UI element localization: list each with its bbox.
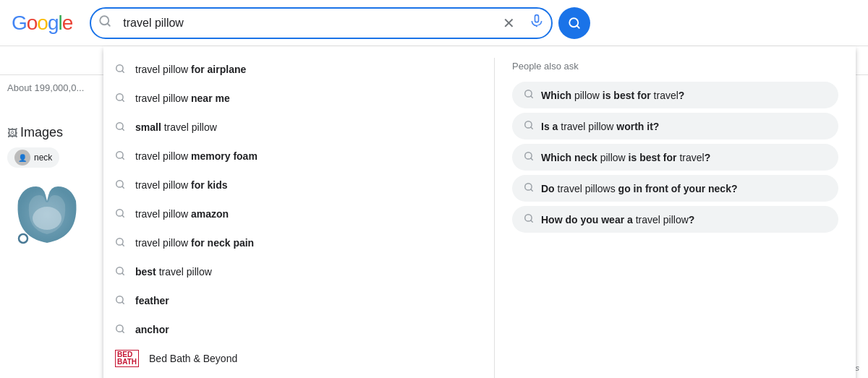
voice-icon[interactable] — [529, 14, 544, 32]
svg-line-19 — [122, 215, 124, 217]
paa-text-2: Which neck pillow is best for travel? — [541, 152, 710, 163]
svg-line-3 — [577, 25, 579, 27]
search-icon — [115, 208, 125, 220]
suggestion-2[interactable]: small travel pillow — [103, 113, 494, 142]
svg-line-27 — [122, 330, 124, 332]
suggestion-5[interactable]: travel pillow amazon — [103, 199, 494, 228]
suggestion-text-5: travel pillow amazon — [135, 208, 229, 220]
logo-g2: g — [48, 12, 59, 35]
suggestion-text-9: anchor — [135, 324, 169, 335]
svg-point-6 — [33, 207, 61, 230]
paa-text-3: Do travel pillows go in front of your ne… — [541, 183, 737, 194]
svg-line-31 — [531, 96, 533, 98]
suggestion-text-0: travel pillow for airplane — [135, 64, 246, 75]
paa-item-2[interactable]: Which neck pillow is best for travel? — [512, 144, 838, 171]
svg-line-25 — [122, 301, 124, 304]
suggestion-text-1: travel pillow near me — [135, 93, 230, 104]
paa-item-3[interactable]: Do travel pillows go in front of your ne… — [512, 175, 838, 202]
paa-text-4: How do you wear a travel pillow? — [541, 214, 694, 225]
pillow-svg — [7, 179, 87, 248]
suggestion-7[interactable]: best travel pillow — [103, 257, 494, 286]
paa-text-0: Which pillow is best for travel? — [541, 90, 684, 101]
paa-item-1[interactable]: Is a travel pillow worth it? — [512, 113, 838, 139]
search-icon — [115, 150, 125, 163]
paa-search-icon — [524, 120, 534, 132]
suggestion-8[interactable]: feather — [103, 286, 494, 315]
suggestion-10[interactable]: BEDBATH Bed Bath & Beyond — [103, 344, 494, 373]
bed-bath-logo: BEDBATH — [115, 350, 139, 367]
search-icon — [115, 266, 125, 278]
search-input[interactable] — [90, 7, 553, 39]
paa-title: People also ask — [506, 58, 844, 77]
search-icon — [115, 295, 125, 307]
images-label: Images — [20, 125, 63, 140]
svg-line-17 — [122, 186, 124, 188]
search-dropdown: travel pillow for airplane travel pillow… — [103, 46, 856, 378]
suggestion-6[interactable]: travel pillow for neck pain — [103, 228, 494, 257]
svg-line-21 — [122, 244, 124, 246]
paa-item-4[interactable]: How do you wear a travel pillow? — [512, 206, 838, 233]
suggestion-0[interactable]: travel pillow for airplane — [103, 55, 494, 84]
search-icon — [115, 93, 125, 105]
search-icon — [115, 324, 125, 336]
suggestion-11[interactable]: travel neck pillow — [103, 373, 494, 378]
suggestion-text-3: travel pillow memory foam — [135, 150, 258, 162]
suggestion-9[interactable]: anchor — [103, 315, 494, 344]
suggestion-text-8: feather — [135, 295, 169, 306]
search-box-wrapper: ✕ — [90, 7, 553, 39]
images-section-label: 🖼 Images — [0, 125, 116, 140]
svg-line-23 — [122, 272, 124, 275]
svg-line-11 — [122, 99, 124, 101]
paa-search-icon — [524, 151, 534, 163]
svg-line-15 — [122, 157, 124, 159]
paa-item-0[interactable]: Which pillow is best for travel? — [512, 82, 838, 108]
suggestion-text-2: small travel pillow — [135, 121, 217, 133]
top-bar: Google ✕ — [0, 0, 868, 46]
logo-o2: o — [37, 12, 48, 35]
svg-line-37 — [531, 189, 533, 192]
svg-line-35 — [531, 158, 533, 160]
svg-line-39 — [531, 220, 533, 223]
paa-search-icon — [524, 213, 534, 225]
suggestion-1[interactable]: travel pillow near me — [103, 84, 494, 113]
search-icon — [115, 64, 125, 76]
neck-filter-pill[interactable]: 👤 neck — [7, 147, 59, 168]
search-icon — [115, 121, 125, 134]
search-icon — [115, 179, 125, 192]
pillow-image-area — [0, 179, 116, 251]
suggestions-list: travel pillow for airplane travel pillow… — [103, 52, 494, 378]
paa-search-icon — [524, 89, 534, 101]
svg-line-9 — [122, 70, 124, 72]
search-button[interactable] — [558, 7, 590, 39]
logo-o1: o — [27, 12, 38, 35]
suggestion-text-7: best travel pillow — [135, 266, 212, 278]
suggestion-text-6: travel pillow for neck pain — [135, 237, 254, 249]
suggestion-3[interactable]: travel pillow memory foam — [103, 142, 494, 171]
clear-icon[interactable]: ✕ — [503, 14, 515, 32]
svg-line-33 — [531, 127, 533, 129]
search-icon — [115, 237, 125, 249]
suggestion-4[interactable]: travel pillow for kids — [103, 171, 494, 199]
search-icon-left — [98, 14, 111, 31]
suggestion-text-10: Bed Bath & Beyond — [149, 353, 237, 364]
results-count: About 199,000,0... — [0, 77, 116, 96]
svg-line-13 — [122, 128, 124, 130]
people-also-ask: People also ask Which pillow is best for… — [495, 52, 856, 378]
logo-g: G — [12, 12, 27, 35]
neck-label: neck — [34, 153, 52, 163]
google-logo: Google — [12, 12, 72, 35]
logo-e: e — [62, 12, 73, 35]
suggestion-text-4: travel pillow for kids — [135, 179, 228, 191]
svg-line-1 — [108, 23, 110, 25]
svg-point-7 — [19, 234, 27, 243]
paa-text-1: Is a travel pillow worth it? — [541, 121, 659, 132]
paa-search-icon — [524, 182, 534, 194]
